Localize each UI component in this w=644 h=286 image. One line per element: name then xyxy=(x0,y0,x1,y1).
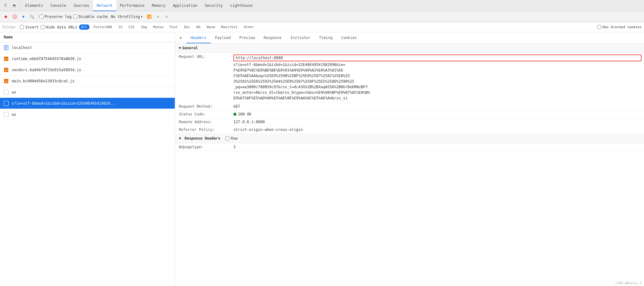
bdpagetype-row: Bdpagetype: 3 xyxy=(175,143,644,151)
record-button[interactable]: ⏺ xyxy=(2,13,9,20)
response-headers-text: Response Headers xyxy=(184,136,220,141)
detail-tab-initiator[interactable]: Initiator xyxy=(286,32,315,43)
doc-icon xyxy=(3,45,9,51)
item-name-query: s?ie=utf-8&mod=1&isbd=1&isid=32E40E49541… xyxy=(12,101,117,106)
preserve-log-input[interactable] xyxy=(39,15,43,19)
ws-icon-1 xyxy=(3,89,9,95)
item-name-ws1: ws xyxy=(12,90,16,94)
hide-data-urls-checkbox[interactable]: Hide data URLs xyxy=(41,25,77,29)
js-icon-vendors: </> xyxy=(3,67,9,73)
search-icon[interactable]: 🔍 xyxy=(29,13,35,20)
request-url-row: Request URL: http://localhost:8080 s?ie=… xyxy=(175,53,644,103)
filter-chip-wasm[interactable]: Wasm xyxy=(205,24,217,30)
footer-note: CSDN @Beauty_3 xyxy=(615,281,642,285)
network-item-query[interactable]: s?ie=utf-8&mod=1&isbd=1&isid=32E40E49541… xyxy=(0,98,175,109)
disable-cache-checkbox[interactable]: Disable cache xyxy=(73,15,108,19)
detail-tab-cookies[interactable]: Cookies xyxy=(337,32,361,43)
general-section-header[interactable]: ▼ General xyxy=(175,43,644,53)
request-url-box: http://localhost:8080 xyxy=(233,54,642,61)
filter-chip-media[interactable]: Media xyxy=(151,24,165,30)
tab-console[interactable]: Console xyxy=(47,0,70,11)
filter-chip-font[interactable]: Font xyxy=(167,24,180,30)
throttle-chevron-icon: ▾ xyxy=(141,15,143,19)
throttle-selector[interactable]: No throttling ▾ xyxy=(110,14,144,20)
filter-chip-fetch-xhr[interactable]: Fetch/XHR xyxy=(91,24,114,30)
disable-cache-input[interactable] xyxy=(73,15,77,19)
detail-tab-response[interactable]: Response xyxy=(259,32,286,43)
bdpagetype-label: Bdpagetype: xyxy=(175,143,231,151)
status-code-label: Status Code: xyxy=(175,110,231,118)
tab-lighthouse[interactable]: Lighthouse xyxy=(227,0,256,11)
ws-icon-2 xyxy=(3,111,9,118)
detail-tab-payload[interactable]: Payload xyxy=(211,32,235,43)
network-item-runtime[interactable]: </> runtime.ebbdf8754645578a0830.js xyxy=(0,53,175,64)
filter-chip-all[interactable]: All xyxy=(79,24,90,30)
filter-icon[interactable]: ▼ xyxy=(20,13,27,20)
network-item-ws1[interactable]: ws xyxy=(0,87,175,98)
filter-chip-css[interactable]: CSS xyxy=(126,24,137,30)
tab-performance[interactable]: Performance xyxy=(116,0,148,11)
status-ok-text: 200 OK xyxy=(238,112,251,116)
network-item-vendors[interactable]: </> vendors.6a84bf9f33e915a5893d.js xyxy=(0,64,175,76)
disable-cache-label: Disable cache xyxy=(79,15,108,19)
network-item-localhost[interactable]: localhost xyxy=(0,42,175,53)
filter-bar: Filter Invert Hide data URLs All Fetch/X… xyxy=(0,22,644,32)
detail-tab-timing[interactable]: Timing xyxy=(315,32,337,43)
filter-chip-doc[interactable]: Doc xyxy=(182,24,192,30)
blocked-cookies-input[interactable] xyxy=(597,25,601,29)
raw-label: Raw xyxy=(231,136,238,141)
status-ok-container: 200 OK xyxy=(233,112,642,116)
item-name-runtime: runtime.ebbdf8754645578a0830.js xyxy=(12,57,81,61)
invert-checkbox[interactable]: Invert xyxy=(20,25,38,29)
tab-memory[interactable]: Memory xyxy=(148,0,169,11)
clear-button[interactable]: 🚫 xyxy=(11,13,18,20)
main-layout: Name localhost xyxy=(0,32,644,286)
blocked-cookies-checkbox[interactable]: Has blocked cookies xyxy=(597,25,642,29)
devtools-icon-dock[interactable]: ⬒ xyxy=(10,1,19,10)
tab-network[interactable]: Network xyxy=(93,0,116,11)
request-method-row: Request Method: GET xyxy=(175,103,644,110)
raw-input[interactable] xyxy=(225,136,229,141)
filter-chip-ws[interactable]: WS xyxy=(194,24,203,30)
request-method-value: GET xyxy=(231,103,644,110)
response-headers-triangle-icon: ▼ xyxy=(179,136,181,141)
remote-address-value: 127.0.0.1:8080 xyxy=(231,118,644,126)
filter-sep-1 xyxy=(18,25,18,30)
js-icon-main: </> xyxy=(3,78,9,84)
referrer-policy-label: Referrer Policy: xyxy=(175,126,231,133)
item-name-localhost: localhost xyxy=(12,46,32,50)
ws-icon-query xyxy=(3,100,9,106)
raw-checkbox[interactable]: Raw xyxy=(225,136,238,141)
network-list: localhost </> runtime.ebbdf8754645578a08… xyxy=(0,42,175,286)
request-url-line1: s?ie=utf-8&mod=1&isbd=1&isid=32E40E49541… xyxy=(233,62,642,67)
js-icon-runtime: </> xyxy=(3,56,9,62)
tab-application[interactable]: Application xyxy=(169,0,201,11)
tab-elements[interactable]: Elements xyxy=(21,0,47,11)
detail-tab-preview[interactable]: Preview xyxy=(235,32,259,43)
filter-chip-js[interactable]: JS xyxy=(116,24,124,30)
preserve-log-label: Preserve log xyxy=(45,15,72,19)
detail-close-button[interactable]: × xyxy=(176,33,185,42)
request-url-line7: E9%87%8F%E5%AD%90%E5%AE%9E%E9%AA%8C%E5%A… xyxy=(233,95,642,101)
filter-chip-img[interactable]: Img xyxy=(139,24,149,30)
filter-chip-other[interactable]: Other xyxy=(242,24,256,30)
invert-input[interactable] xyxy=(20,25,24,29)
filter-chip-manifest[interactable]: Manifest xyxy=(219,24,240,30)
detail-tab-headers[interactable]: Headers xyxy=(186,32,211,43)
request-url-line4: 3%2581%25E6%2592%25A4%25E9%2587%258F%25E… xyxy=(233,79,642,84)
network-item-ws2[interactable]: ws xyxy=(0,109,175,120)
svg-text:</>: </> xyxy=(5,80,9,83)
tab-sources[interactable]: Sources xyxy=(70,0,93,11)
upload-icon[interactable]: ⬆ xyxy=(155,13,161,20)
wifi-icon[interactable]: 📶 xyxy=(146,13,153,20)
response-headers-section[interactable]: ▼ Response Headers Raw xyxy=(175,134,644,143)
download-icon[interactable]: ⬇ xyxy=(163,13,170,20)
devtools-icon-grid[interactable]: ⠿ xyxy=(1,1,10,10)
preserve-log-checkbox[interactable]: Preserve log xyxy=(39,15,72,19)
tab-security[interactable]: Security xyxy=(201,0,227,11)
blocked-cookies-label: Has blocked cookies xyxy=(602,25,642,29)
tab-separator-1 xyxy=(20,3,20,8)
general-triangle-icon: ▼ xyxy=(179,46,181,50)
network-item-main[interactable]: </> main.bc9804d56e13933c8ca5.js xyxy=(0,76,175,87)
hide-data-urls-input[interactable] xyxy=(41,25,45,29)
